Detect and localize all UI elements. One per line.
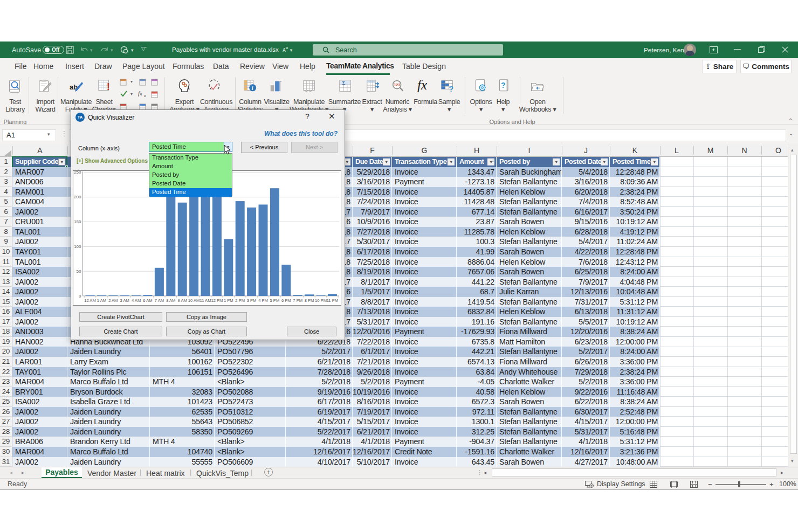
svg-text:2 PM: 2 PM [235, 298, 245, 303]
svg-text:4 PM: 4 PM [258, 298, 268, 303]
svg-text:Σ: Σ [342, 80, 346, 86]
svg-text:?: ? [501, 81, 505, 89]
svg-text:7 PM: 7 PM [293, 298, 302, 303]
svg-text:200: 200 [74, 195, 81, 199]
svg-text:4 AM: 4 AM [132, 298, 141, 303]
svg-text:i: i [252, 85, 253, 91]
svg-text:50: 50 [77, 269, 81, 274]
svg-text:10 PM: 10 PM [315, 298, 327, 303]
svg-text:3 AM: 3 AM [120, 298, 129, 303]
svg-text:150: 150 [74, 219, 81, 224]
svg-text:7 AM: 7 AM [155, 298, 164, 303]
svg-text:2 AM: 2 AM [108, 298, 118, 303]
svg-text:12 AM: 12 AM [84, 298, 96, 303]
svg-text:?: ? [449, 85, 453, 93]
svg-text:0: 0 [79, 294, 81, 299]
svg-text:1 AM: 1 AM [97, 298, 106, 303]
svg-text:1 PM: 1 PM [224, 298, 233, 303]
svg-text:3 PM: 3 PM [247, 298, 257, 303]
svg-text:11 AM: 11 AM [200, 298, 211, 303]
svg-text:!: ! [107, 81, 110, 92]
svg-text:8 PM: 8 PM [305, 298, 314, 303]
svg-text:10 AM: 10 AM [188, 298, 200, 303]
svg-text:250: 250 [74, 170, 81, 175]
svg-text:100: 100 [74, 244, 81, 249]
svg-text:9 AM: 9 AM [178, 298, 187, 303]
svg-text:fx: fx [138, 90, 142, 96]
svg-text:123: 123 [394, 83, 401, 87]
svg-text:5 PM: 5 PM [270, 298, 280, 303]
svg-text:6 AM: 6 AM [143, 298, 152, 303]
svg-text:6 PM: 6 PM [281, 298, 291, 303]
svg-text:12 PM: 12 PM [211, 298, 223, 303]
svg-text:8 AM: 8 AM [166, 298, 175, 303]
svg-text:11 PM: 11 PM [327, 298, 338, 303]
svg-text:0: 0 [144, 94, 146, 98]
